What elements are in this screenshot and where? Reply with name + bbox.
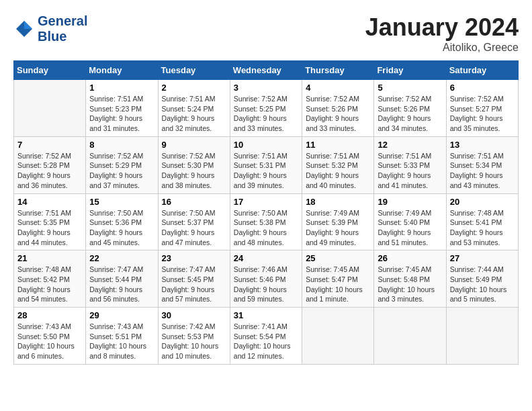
day-info: Sunrise: 7:45 AMSunset: 5:47 PMDaylight:… (306, 265, 370, 304)
day-number: 26 (378, 253, 442, 263)
day-info: Sunrise: 7:49 AMSunset: 5:39 PMDaylight:… (306, 208, 370, 248)
day-number: 21 (17, 253, 82, 263)
calendar-cell: 15Sunrise: 7:50 AMSunset: 5:36 PMDayligh… (86, 193, 158, 250)
calendar-cell: 19Sunrise: 7:49 AMSunset: 5:40 PMDayligh… (374, 193, 446, 250)
calendar-cell: 25Sunrise: 7:45 AMSunset: 5:47 PMDayligh… (302, 250, 374, 308)
weekday-header: Wednesday (230, 61, 302, 80)
day-number: 25 (306, 253, 370, 263)
location: Aitoliko, Greece (365, 42, 519, 54)
day-info: Sunrise: 7:51 AMSunset: 5:24 PMDaylight:… (162, 94, 226, 134)
calendar-cell: 16Sunrise: 7:50 AMSunset: 5:37 PMDayligh… (158, 193, 230, 250)
weekday-header: Sunday (14, 61, 86, 80)
calendar-cell: 23Sunrise: 7:47 AMSunset: 5:45 PMDayligh… (158, 250, 230, 308)
logo-text-general: General (38, 13, 87, 29)
day-info: Sunrise: 7:43 AMSunset: 5:50 PMDaylight:… (17, 322, 82, 361)
day-info: Sunrise: 7:52 AMSunset: 5:27 PMDaylight:… (450, 94, 515, 134)
day-number: 14 (17, 197, 82, 207)
calendar-cell (374, 308, 446, 365)
day-number: 31 (234, 310, 298, 320)
calendar-cell: 8Sunrise: 7:52 AMSunset: 5:29 PMDaylight… (86, 136, 158, 193)
day-info: Sunrise: 7:52 AMSunset: 5:29 PMDaylight:… (89, 151, 154, 191)
calendar-cell: 9Sunrise: 7:52 AMSunset: 5:30 PMDaylight… (158, 136, 230, 193)
day-info: Sunrise: 7:49 AMSunset: 5:40 PMDaylight:… (378, 208, 442, 248)
page-header: General Blue January 2024 Aitoliko, Gree… (13, 13, 519, 54)
day-info: Sunrise: 7:48 AMSunset: 5:41 PMDaylight:… (450, 208, 515, 248)
day-number: 17 (234, 197, 298, 207)
calendar-week-row: 21Sunrise: 7:48 AMSunset: 5:42 PMDayligh… (14, 250, 519, 308)
day-number: 9 (162, 140, 226, 150)
calendar-cell: 5Sunrise: 7:52 AMSunset: 5:26 PMDaylight… (374, 80, 446, 137)
weekday-header: Thursday (302, 61, 374, 80)
calendar-cell (446, 308, 518, 365)
calendar-body: 1Sunrise: 7:51 AMSunset: 5:23 PMDaylight… (14, 80, 519, 365)
weekday-header: Monday (86, 61, 158, 80)
day-info: Sunrise: 7:45 AMSunset: 5:48 PMDaylight:… (378, 265, 442, 304)
calendar-header-row: SundayMondayTuesdayWednesdayThursdayFrid… (14, 61, 519, 80)
day-info: Sunrise: 7:47 AMSunset: 5:45 PMDaylight:… (162, 265, 226, 304)
day-number: 10 (234, 140, 298, 150)
calendar-cell: 18Sunrise: 7:49 AMSunset: 5:39 PMDayligh… (302, 193, 374, 250)
calendar-cell: 17Sunrise: 7:50 AMSunset: 5:38 PMDayligh… (230, 193, 302, 250)
day-number: 19 (378, 197, 442, 207)
day-info: Sunrise: 7:51 AMSunset: 5:35 PMDaylight:… (17, 208, 82, 248)
day-number: 4 (306, 83, 370, 93)
day-info: Sunrise: 7:52 AMSunset: 5:30 PMDaylight:… (162, 151, 226, 191)
day-info: Sunrise: 7:51 AMSunset: 5:33 PMDaylight:… (378, 151, 442, 191)
day-info: Sunrise: 7:51 AMSunset: 5:32 PMDaylight:… (306, 151, 370, 191)
day-number: 15 (89, 197, 154, 207)
day-info: Sunrise: 7:43 AMSunset: 5:51 PMDaylight:… (89, 322, 154, 361)
calendar-cell: 4Sunrise: 7:52 AMSunset: 5:26 PMDaylight… (302, 80, 374, 137)
day-number: 24 (234, 253, 298, 263)
day-info: Sunrise: 7:51 AMSunset: 5:34 PMDaylight:… (450, 151, 515, 191)
logo-text-blue: Blue (38, 29, 87, 44)
weekday-header: Tuesday (158, 61, 230, 80)
day-info: Sunrise: 7:41 AMSunset: 5:54 PMDaylight:… (234, 322, 298, 361)
calendar-cell (302, 308, 374, 365)
month-title: January 2024 (365, 13, 519, 42)
day-number: 18 (306, 197, 370, 207)
day-number: 7 (17, 140, 82, 150)
day-number: 23 (162, 253, 226, 263)
day-info: Sunrise: 7:44 AMSunset: 5:49 PMDaylight:… (450, 265, 515, 304)
calendar-cell: 7Sunrise: 7:52 AMSunset: 5:28 PMDaylight… (14, 136, 86, 193)
day-number: 27 (450, 253, 515, 263)
day-number: 22 (89, 253, 154, 263)
day-number: 3 (234, 83, 298, 93)
calendar-cell (14, 80, 86, 137)
weekday-header: Friday (374, 61, 446, 80)
logo: General Blue (13, 13, 87, 44)
day-number: 8 (89, 140, 154, 150)
day-info: Sunrise: 7:52 AMSunset: 5:25 PMDaylight:… (234, 94, 298, 134)
day-info: Sunrise: 7:50 AMSunset: 5:37 PMDaylight:… (162, 208, 226, 248)
calendar-table: SundayMondayTuesdayWednesdayThursdayFrid… (13, 60, 519, 365)
day-info: Sunrise: 7:47 AMSunset: 5:44 PMDaylight:… (89, 265, 154, 304)
logo-icon (13, 18, 35, 40)
calendar-week-row: 28Sunrise: 7:43 AMSunset: 5:50 PMDayligh… (14, 308, 519, 365)
day-info: Sunrise: 7:50 AMSunset: 5:38 PMDaylight:… (234, 208, 298, 248)
calendar-cell: 12Sunrise: 7:51 AMSunset: 5:33 PMDayligh… (374, 136, 446, 193)
day-number: 2 (162, 83, 226, 93)
calendar-cell: 30Sunrise: 7:42 AMSunset: 5:53 PMDayligh… (158, 308, 230, 365)
title-block: January 2024 Aitoliko, Greece (365, 13, 519, 54)
day-number: 6 (450, 83, 515, 93)
calendar-cell: 13Sunrise: 7:51 AMSunset: 5:34 PMDayligh… (446, 136, 518, 193)
calendar-cell: 27Sunrise: 7:44 AMSunset: 5:49 PMDayligh… (446, 250, 518, 308)
calendar-week-row: 1Sunrise: 7:51 AMSunset: 5:23 PMDaylight… (14, 80, 519, 137)
calendar-cell: 22Sunrise: 7:47 AMSunset: 5:44 PMDayligh… (86, 250, 158, 308)
calendar-cell: 28Sunrise: 7:43 AMSunset: 5:50 PMDayligh… (14, 308, 86, 365)
calendar-cell: 21Sunrise: 7:48 AMSunset: 5:42 PMDayligh… (14, 250, 86, 308)
calendar-cell: 10Sunrise: 7:51 AMSunset: 5:31 PMDayligh… (230, 136, 302, 193)
day-number: 20 (450, 197, 515, 207)
day-number: 5 (378, 83, 442, 93)
calendar-cell: 29Sunrise: 7:43 AMSunset: 5:51 PMDayligh… (86, 308, 158, 365)
day-number: 12 (378, 140, 442, 150)
calendar-cell: 6Sunrise: 7:52 AMSunset: 5:27 PMDaylight… (446, 80, 518, 137)
day-info: Sunrise: 7:48 AMSunset: 5:42 PMDaylight:… (17, 265, 82, 304)
day-number: 16 (162, 197, 226, 207)
day-number: 1 (89, 83, 154, 93)
calendar-cell: 14Sunrise: 7:51 AMSunset: 5:35 PMDayligh… (14, 193, 86, 250)
calendar-cell: 20Sunrise: 7:48 AMSunset: 5:41 PMDayligh… (446, 193, 518, 250)
day-info: Sunrise: 7:52 AMSunset: 5:26 PMDaylight:… (306, 94, 370, 134)
day-info: Sunrise: 7:46 AMSunset: 5:46 PMDaylight:… (234, 265, 298, 304)
day-info: Sunrise: 7:52 AMSunset: 5:28 PMDaylight:… (17, 151, 82, 191)
